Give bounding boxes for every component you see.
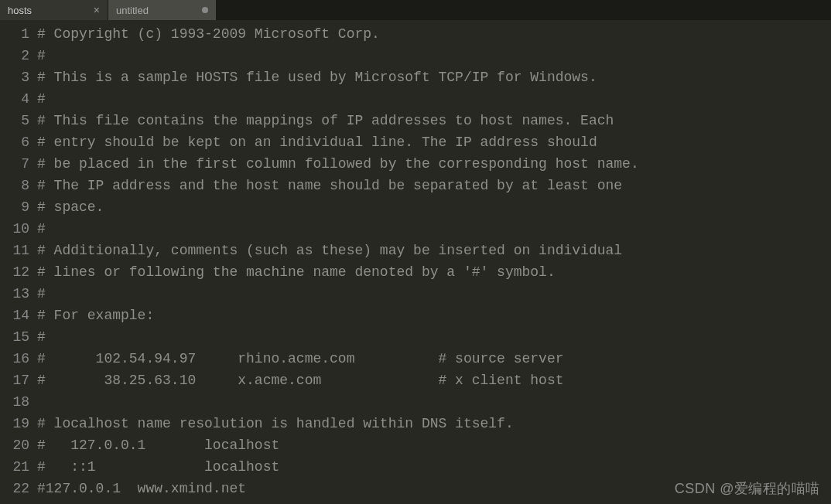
modified-indicator-icon bbox=[202, 7, 208, 13]
code-line[interactable]: # 38.25.63.10 x.acme.com # x client host bbox=[37, 369, 831, 391]
line-number: 18 bbox=[0, 391, 29, 413]
code-line[interactable]: # bbox=[37, 218, 831, 240]
line-number-gutter: 12345678910111213141516171819202122 bbox=[0, 23, 37, 504]
line-number: 9 bbox=[0, 196, 29, 218]
tab-label: hosts bbox=[8, 5, 32, 16]
code-line[interactable]: # For example: bbox=[37, 305, 831, 326]
line-number: 4 bbox=[0, 88, 29, 110]
line-number: 8 bbox=[0, 175, 29, 196]
line-number: 7 bbox=[0, 153, 29, 175]
line-number: 6 bbox=[0, 131, 29, 153]
line-number: 21 bbox=[0, 456, 29, 478]
tab-untitled[interactable]: untitled bbox=[108, 0, 217, 20]
code-line[interactable]: # entry should be kept on an individual … bbox=[37, 131, 831, 153]
line-number: 3 bbox=[0, 66, 29, 88]
code-line[interactable] bbox=[37, 391, 831, 413]
tab-hosts[interactable]: hosts × bbox=[0, 0, 108, 20]
code-line[interactable]: # be placed in the first column followed… bbox=[37, 153, 831, 175]
code-line[interactable]: # lines or following the machine name de… bbox=[37, 261, 831, 283]
line-number: 15 bbox=[0, 326, 29, 348]
line-number: 10 bbox=[0, 218, 29, 240]
code-line[interactable]: # bbox=[37, 283, 831, 305]
close-icon[interactable]: × bbox=[94, 4, 100, 16]
code-line[interactable]: # bbox=[37, 88, 831, 110]
line-number: 19 bbox=[0, 413, 29, 434]
line-number: 5 bbox=[0, 110, 29, 131]
line-number: 20 bbox=[0, 434, 29, 456]
code-line[interactable]: # 102.54.94.97 rhino.acme.com # source s… bbox=[37, 348, 831, 369]
code-line[interactable]: # This file contains the mappings of IP … bbox=[37, 110, 831, 131]
line-number: 13 bbox=[0, 283, 29, 305]
line-number: 22 bbox=[0, 478, 29, 499]
line-number: 16 bbox=[0, 348, 29, 369]
line-number: 17 bbox=[0, 369, 29, 391]
code-line[interactable]: # ::1 localhost bbox=[37, 456, 831, 478]
tab-bar: hosts × untitled bbox=[0, 0, 831, 20]
line-number: 14 bbox=[0, 305, 29, 326]
code-line[interactable]: # space. bbox=[37, 196, 831, 218]
code-line[interactable]: # This is a sample HOSTS file used by Mi… bbox=[37, 66, 831, 88]
code-line[interactable]: # localhost name resolution is handled w… bbox=[37, 413, 831, 434]
code-line[interactable]: # bbox=[37, 326, 831, 348]
watermark-text: CSDN @爱编程的喵喵 bbox=[675, 479, 820, 498]
line-number: 2 bbox=[0, 45, 29, 66]
code-line[interactable]: # The IP address and the host name shoul… bbox=[37, 175, 831, 196]
tab-label: untitled bbox=[116, 5, 149, 16]
line-number: 12 bbox=[0, 261, 29, 283]
code-line[interactable]: # Copyright (c) 1993-2009 Microsoft Corp… bbox=[37, 23, 831, 45]
code-line[interactable]: # 127.0.0.1 localhost bbox=[37, 434, 831, 456]
line-number: 1 bbox=[0, 23, 29, 45]
code-line[interactable]: # Additionally, comments (such as these)… bbox=[37, 240, 831, 261]
line-number: 11 bbox=[0, 240, 29, 261]
editor-area[interactable]: 12345678910111213141516171819202122 # Co… bbox=[0, 20, 831, 504]
code-content[interactable]: # Copyright (c) 1993-2009 Microsoft Corp… bbox=[37, 23, 831, 504]
code-line[interactable]: # bbox=[37, 45, 831, 66]
